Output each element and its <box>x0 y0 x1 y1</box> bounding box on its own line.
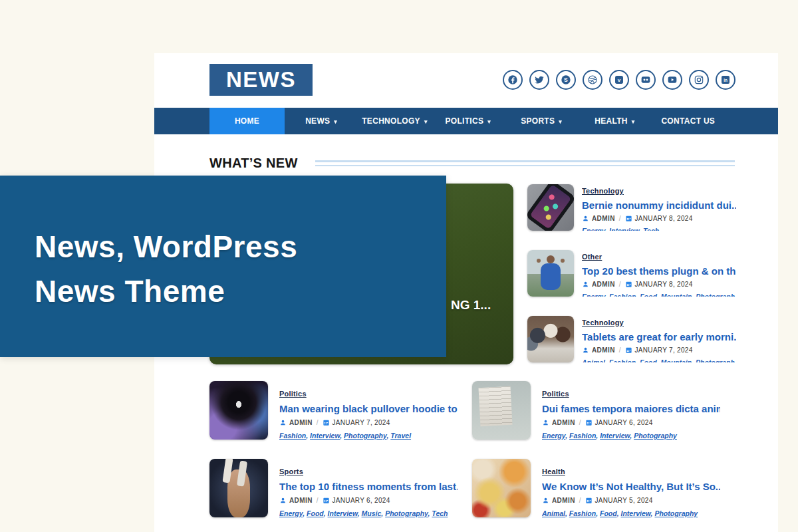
youtube-icon[interactable] <box>662 70 682 90</box>
tag-link[interactable]: Interview <box>328 509 358 517</box>
tag-link[interactable]: Photography <box>385 509 428 517</box>
article-meta: ADMIN / JANUARY 6, 2024 <box>542 419 720 426</box>
site-logo[interactable]: NEWS <box>209 64 313 96</box>
nav-item-news[interactable]: NEWS <box>285 108 358 134</box>
tag-link[interactable]: Energy <box>582 293 605 297</box>
article-thumbnail[interactable] <box>472 459 531 517</box>
author-icon <box>582 346 589 354</box>
tag-link[interactable]: Animal <box>542 509 565 517</box>
tag-link[interactable]: Photography <box>634 432 677 440</box>
tag-link[interactable]: Interview <box>609 227 639 231</box>
flickr-icon[interactable] <box>636 70 656 90</box>
category-link[interactable]: Technology <box>582 187 624 195</box>
twitter-icon[interactable] <box>529 70 549 90</box>
tag-link[interactable]: Interview <box>600 432 630 440</box>
promo-overlay: News, WordPress News Theme <box>0 176 446 357</box>
tag-link[interactable]: Food <box>600 509 617 517</box>
calendar-icon <box>625 346 632 354</box>
featured-title[interactable]: NG 1... <box>451 298 491 313</box>
article-thumbnail[interactable] <box>209 459 268 517</box>
category-link[interactable]: Sports <box>279 467 303 475</box>
tag-link[interactable]: Energy <box>582 227 605 231</box>
category-link[interactable]: Politics <box>279 390 307 398</box>
tag-link[interactable]: Mountain <box>661 293 692 297</box>
tag-link[interactable]: Interview <box>620 509 650 517</box>
tag-link[interactable]: Travel <box>390 432 411 440</box>
nav-item-contact-us[interactable]: CONTACT US <box>652 108 725 134</box>
article-meta: ADMIN / JANUARY 8, 2024 <box>582 215 736 222</box>
tag-link[interactable]: Interview <box>310 432 340 440</box>
author-link[interactable]: ADMIN <box>592 346 615 354</box>
publish-date: JANUARY 7, 2024 <box>635 346 693 354</box>
promo-title-line2: News Theme <box>35 269 446 314</box>
svg-text:v: v <box>618 77 621 83</box>
tag-link[interactable]: Music <box>362 509 382 517</box>
author-link[interactable]: ADMIN <box>592 281 615 288</box>
linkedin-icon[interactable]: in <box>716 70 735 90</box>
author-link[interactable]: ADMIN <box>289 497 313 504</box>
tag-link[interactable]: Photograph... <box>696 358 736 362</box>
tag-link[interactable]: Animal <box>582 358 605 362</box>
nav-item-sports[interactable]: SPORTS <box>505 108 578 134</box>
tag-link[interactable]: Food <box>640 293 657 297</box>
facebook-icon[interactable] <box>503 70 523 90</box>
meta-separator: / <box>579 419 581 426</box>
nav-item-politics[interactable]: POLITICS <box>432 108 505 134</box>
tag-link[interactable]: Fashion <box>279 432 306 440</box>
tag-link[interactable]: Food <box>307 509 324 517</box>
nav-item-home[interactable]: HOME <box>209 108 285 134</box>
author-link[interactable]: ADMIN <box>592 215 615 222</box>
article-thumbnail[interactable] <box>527 316 574 362</box>
author-link[interactable]: ADMIN <box>552 497 575 504</box>
author-icon <box>279 497 287 504</box>
vimeo-icon[interactable]: v <box>609 70 629 90</box>
category-link[interactable]: Other <box>582 253 602 261</box>
author-icon <box>542 497 549 504</box>
tag-link[interactable]: Fashion <box>569 432 596 440</box>
tag-link[interactable]: Tech <box>643 227 659 231</box>
article-thumbnail[interactable] <box>527 250 574 297</box>
article-meta: ADMIN / JANUARY 6, 2024 <box>279 497 458 504</box>
tag-link[interactable]: Mountain <box>660 358 692 362</box>
calendar-icon <box>585 497 593 504</box>
tag-link[interactable]: Fashion <box>609 358 636 362</box>
article-title-link[interactable]: Top 20 best thems plugn & on th... <box>582 265 736 277</box>
category-link[interactable]: Politics <box>542 390 569 398</box>
instagram-icon[interactable] <box>689 70 709 90</box>
tag-link[interactable]: Photography <box>654 509 698 517</box>
publish-date: JANUARY 8, 2024 <box>635 281 693 288</box>
heading-divider <box>315 160 735 166</box>
skype-icon[interactable]: S <box>556 70 576 90</box>
author-link[interactable]: ADMIN <box>289 419 313 426</box>
tag-link[interactable]: Fashion <box>569 509 596 517</box>
author-icon <box>582 215 589 222</box>
tag-link[interactable]: Food <box>640 358 657 362</box>
article-title-link[interactable]: Man wearing black pullover hoodie to... <box>279 403 458 414</box>
article-title-link[interactable]: Dui fames tempora maiores dicta anim? V.… <box>542 403 720 414</box>
article-title-link[interactable]: We Know It’s Not Healthy, But It’s So... <box>542 481 720 492</box>
svg-text:S: S <box>564 76 568 83</box>
nav-item-health[interactable]: HEALTH <box>578 108 651 134</box>
article-title-link[interactable]: Tablets are great for early morni... <box>582 331 736 342</box>
article-thumbnail[interactable] <box>209 381 268 440</box>
tag-link[interactable]: Photograph... <box>696 293 736 297</box>
tag-link[interactable]: Energy <box>279 509 303 517</box>
meta-separator: / <box>317 419 319 426</box>
dribbble-icon[interactable] <box>583 70 602 90</box>
publish-date: JANUARY 6, 2024 <box>595 419 653 426</box>
tag-link[interactable]: Tech <box>432 509 448 517</box>
article-title-link[interactable]: Bernie nonummy incididunt dui... <box>582 200 736 211</box>
category-link[interactable]: Health <box>542 467 565 475</box>
svg-text:in: in <box>724 78 728 82</box>
nav-item-technology[interactable]: TECHNOLOGY <box>358 108 431 134</box>
category-link[interactable]: Technology <box>582 319 624 327</box>
tag-link[interactable]: Energy <box>542 432 565 440</box>
article-thumbnail[interactable] <box>472 381 531 440</box>
article-thumbnail[interactable] <box>527 184 574 231</box>
publish-date: JANUARY 7, 2024 <box>332 419 390 426</box>
tag-link[interactable]: Photography <box>344 432 386 440</box>
article-title-link[interactable]: The top 10 fitness moments from last... <box>279 481 458 492</box>
author-link[interactable]: ADMIN <box>552 419 575 426</box>
tag-link[interactable]: Fashion <box>609 293 636 297</box>
meta-separator: / <box>579 497 581 504</box>
